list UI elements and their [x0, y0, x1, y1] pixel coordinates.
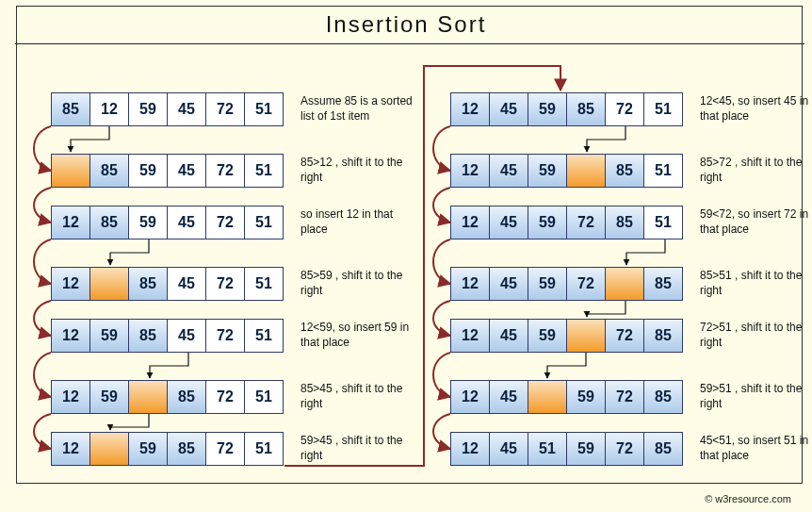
cell-4 [605, 267, 644, 301]
cells: 124559728551 [450, 206, 683, 239]
cell-1: 45 [489, 319, 528, 353]
caption: 85>59 , shift it to the right [300, 269, 423, 298]
cells: 124559857251 [450, 92, 683, 126]
cell-2: 51 [528, 432, 567, 466]
cell-3 [566, 319, 606, 353]
cell-4: 72 [205, 206, 245, 239]
cell-4: 72 [605, 92, 644, 126]
cell-2: 59 [528, 319, 567, 353]
cell-5: 51 [244, 267, 284, 301]
cells: 125985457251 [51, 319, 284, 353]
caption: so insert 12 in that place [300, 207, 423, 237]
caption: 12<59, so insert 59 in that place [300, 321, 423, 350]
caption: 85>51 , shift it to the right [700, 269, 812, 298]
cell-1: 59 [89, 380, 129, 414]
cell-2: 59 [128, 206, 168, 239]
caption: 85>12 , shift it to the right [300, 156, 423, 185]
cell-5: 51 [244, 154, 284, 188]
cells: 1245597285 [450, 267, 683, 301]
cell-5: 51 [643, 206, 683, 239]
caption: 12<45, so insert 45 in that place [700, 94, 812, 124]
cell-3: 45 [167, 92, 206, 126]
cell-0: 12 [450, 380, 490, 414]
cell-1: 45 [489, 267, 528, 301]
cells: 1259857251 [51, 380, 284, 414]
caption: 45<51, so insert 51 in that place [700, 434, 812, 463]
cell-3: 45 [167, 267, 206, 301]
cell-4: 72 [205, 432, 245, 466]
right-step-2: 12455972855159<72, so insert 72 in that … [450, 206, 812, 239]
caption: 85>45 , shift it to the right [300, 382, 423, 411]
cell-3: 59 [566, 432, 606, 466]
cell-0: 12 [51, 432, 90, 466]
cell-0: 12 [450, 206, 490, 239]
cell-5: 51 [244, 92, 284, 126]
title-divider [15, 43, 804, 44]
left-step-4: 12598545725112<59, so insert 59 in that … [51, 319, 423, 353]
cell-2: 59 [128, 154, 168, 188]
cells: 1245597285 [450, 380, 683, 414]
cells: 124551597285 [450, 432, 683, 466]
cell-2: 59 [128, 92, 168, 126]
cell-0 [51, 154, 90, 188]
cell-5: 85 [643, 432, 683, 466]
cells: 1245597285 [450, 319, 683, 353]
cells: 1259857251 [51, 432, 284, 466]
cell-2: 59 [528, 92, 567, 126]
cell-3: 72 [566, 206, 606, 239]
cell-5: 51 [244, 206, 284, 239]
caption: 72>51 , shift it to the right [700, 321, 812, 350]
cell-2: 59 [528, 206, 567, 239]
cell-1 [89, 267, 129, 301]
cell-4: 72 [605, 432, 644, 466]
right-step-1: 124559855185>72 , shift it to the right [450, 154, 812, 188]
cell-2: 59 [128, 432, 168, 466]
caption: 59>45 , shift it to the right [300, 434, 423, 463]
cell-1: 45 [489, 206, 528, 239]
cell-1 [89, 432, 129, 466]
cell-5: 51 [244, 319, 284, 353]
cell-5: 85 [643, 380, 683, 414]
cells: 1285457251 [51, 267, 284, 301]
cells: 1245598551 [450, 154, 683, 188]
cell-0: 12 [450, 267, 490, 301]
left-step-1: 855945725185>12 , shift it to the right [51, 154, 423, 188]
cell-1: 85 [89, 206, 129, 239]
cell-3: 85 [167, 432, 206, 466]
cell-3 [566, 154, 606, 188]
cell-1: 45 [489, 432, 528, 466]
right-step-6: 12455159728545<51, so insert 51 in that … [450, 432, 812, 466]
left-step-2: 128559457251so insert 12 in that place [51, 206, 423, 239]
cell-1: 45 [489, 154, 528, 188]
cell-1: 85 [89, 154, 129, 188]
cell-3: 85 [167, 380, 206, 414]
left-step-5: 125985725185>45 , shift it to the right [51, 380, 423, 414]
cell-2 [128, 380, 168, 414]
caption: 59>51 , shift it to the right [700, 382, 812, 411]
cell-2 [528, 380, 567, 414]
left-step-3: 128545725185>59 , shift it to the right [51, 267, 423, 301]
cell-4: 72 [605, 319, 644, 353]
cell-0: 12 [450, 154, 490, 188]
cell-4: 72 [605, 380, 644, 414]
caption: 85>72 , shift it to the right [700, 156, 812, 185]
caption: Assume 85 is a sorted list of 1st item [300, 94, 423, 124]
cell-0: 12 [450, 92, 490, 126]
cell-1: 45 [489, 380, 528, 414]
cells: 8559457251 [51, 154, 284, 188]
cell-5: 85 [643, 319, 683, 353]
cell-4: 85 [605, 154, 644, 188]
cell-3: 45 [167, 154, 206, 188]
cell-5: 51 [244, 380, 284, 414]
left-step-6: 125985725159>45 , shift it to the right [51, 432, 423, 466]
right-step-3: 124559728585>51 , shift it to the right [450, 267, 812, 301]
cell-2: 85 [128, 319, 168, 353]
cell-4: 72 [205, 380, 245, 414]
cell-1: 59 [89, 319, 129, 353]
cell-4: 72 [205, 267, 245, 301]
cell-0: 12 [51, 319, 90, 353]
cell-3: 45 [167, 206, 206, 239]
cells: 851259457251 [51, 92, 284, 126]
cell-3: 45 [167, 319, 206, 353]
cell-4: 72 [205, 154, 245, 188]
